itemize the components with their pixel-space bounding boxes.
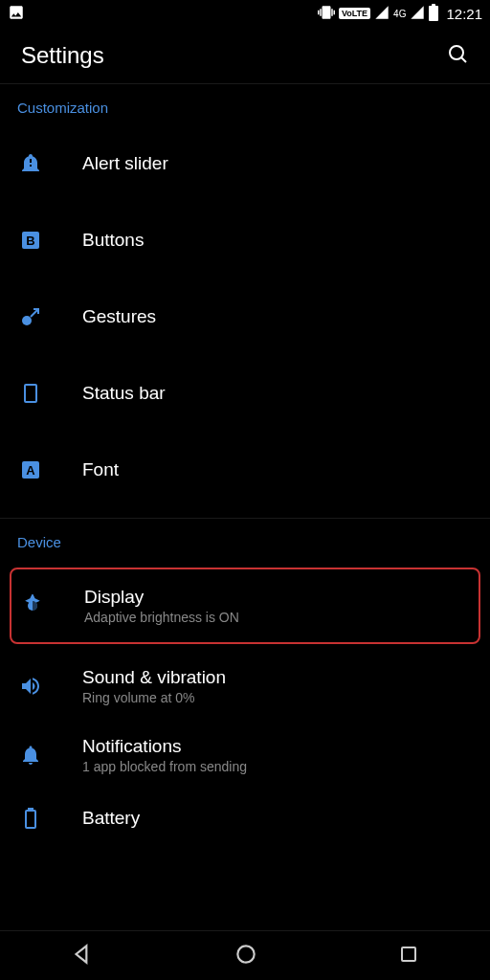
alert-slider-icon <box>17 150 44 177</box>
status-bar-icon <box>17 380 44 407</box>
item-subtitle: Ring volume at 0% <box>82 690 226 705</box>
svg-point-6 <box>22 316 32 325</box>
svg-text:B: B <box>26 234 34 248</box>
back-button[interactable] <box>70 942 95 970</box>
item-title: Gestures <box>82 306 156 327</box>
item-title: Notifications <box>82 736 247 757</box>
battery-icon <box>17 805 44 832</box>
vibrate-icon <box>318 4 335 24</box>
status-bar: VoLTE 4G 12:21 <box>0 0 490 27</box>
home-button[interactable] <box>234 942 258 970</box>
item-display[interactable]: Display Adaptive brightness is ON <box>10 568 480 644</box>
svg-rect-0 <box>429 6 438 21</box>
item-title: Font <box>82 459 119 480</box>
page-title: Settings <box>21 42 104 69</box>
buttons-icon: B <box>17 227 44 254</box>
notifications-icon <box>17 742 44 768</box>
svg-text:A: A <box>26 463 35 478</box>
svg-rect-1 <box>432 4 435 7</box>
recent-button[interactable] <box>397 943 420 969</box>
gestures-icon <box>17 303 44 330</box>
item-status-bar[interactable]: Status bar <box>0 355 490 432</box>
signal-icon-2 <box>410 5 425 23</box>
item-buttons[interactable]: B Buttons <box>0 202 490 278</box>
section-customization: Customization <box>0 84 490 125</box>
network-label: 4G <box>393 9 406 19</box>
app-header: Settings <box>0 27 490 84</box>
svg-rect-15 <box>402 947 415 961</box>
item-title: Display <box>84 587 239 608</box>
svg-line-7 <box>31 310 37 317</box>
section-device: Device <box>0 519 490 560</box>
item-battery[interactable]: Battery <box>0 790 490 832</box>
svg-rect-8 <box>25 385 36 402</box>
item-title: Status bar <box>82 383 166 404</box>
item-subtitle: Adaptive brightness is ON <box>84 610 239 625</box>
navigation-bar <box>0 930 490 980</box>
item-alert-slider[interactable]: Alert slider <box>0 125 490 202</box>
settings-content: Customization Alert slider B Buttons Ges… <box>0 84 490 930</box>
search-icon[interactable] <box>446 42 469 69</box>
item-title: Sound & vibration <box>82 667 226 688</box>
item-title: Buttons <box>82 230 144 251</box>
picture-icon <box>8 4 25 24</box>
font-icon: A <box>17 457 44 483</box>
signal-icon <box>374 5 390 23</box>
item-title: Alert slider <box>82 153 168 174</box>
battery-icon <box>429 4 438 24</box>
item-subtitle: 1 app blocked from sending <box>82 759 247 774</box>
item-font[interactable]: A Font <box>0 432 490 508</box>
svg-line-3 <box>461 57 466 62</box>
item-sound[interactable]: Sound & vibration Ring volume at 0% <box>0 652 490 721</box>
clock: 12:21 <box>446 6 482 22</box>
display-icon <box>19 592 46 619</box>
svg-point-2 <box>450 46 463 59</box>
volte-badge: VoLTE <box>339 8 370 19</box>
item-title: Battery <box>82 808 140 829</box>
sound-icon <box>17 673 44 700</box>
svg-point-14 <box>237 946 254 962</box>
item-gestures[interactable]: Gestures <box>0 278 490 355</box>
svg-rect-12 <box>26 811 35 828</box>
item-notifications[interactable]: Notifications 1 app blocked from sending <box>0 721 490 790</box>
svg-rect-13 <box>29 809 33 811</box>
